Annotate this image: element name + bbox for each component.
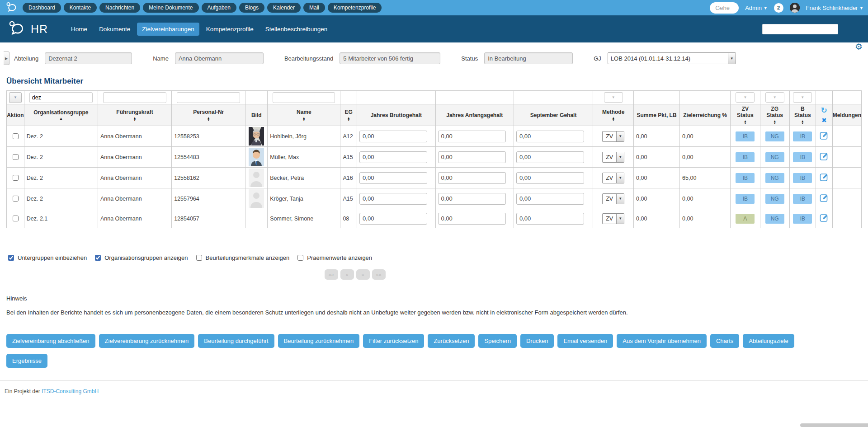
ergebnisse-button[interactable]: Ergebnisse (6, 354, 47, 368)
zur-cksetzen-button[interactable]: Zurücksetzen (428, 334, 475, 348)
nav-item-stellenbeschreibungen[interactable]: Stellenbeschreibungen (260, 23, 332, 36)
close-icon[interactable]: ✖ (821, 117, 827, 123)
column-filter-input-personal_nr[interactable] (177, 92, 240, 103)
select-all-dropdown[interactable]: ▼ (9, 92, 22, 103)
september-input[interactable] (516, 213, 584, 225)
charts-button[interactable]: Charts (710, 334, 739, 348)
refresh-icon[interactable]: ↻ (821, 107, 827, 114)
methode-select[interactable]: ZV▼ (602, 152, 624, 163)
brutto-input[interactable] (359, 151, 427, 163)
methode-select[interactable]: ZV▼ (602, 173, 624, 183)
methode-select[interactable]: ZV▼ (602, 193, 624, 204)
next-page-button[interactable]: » (356, 269, 370, 280)
last-page-button[interactable]: »» (372, 269, 386, 280)
admin-menu[interactable]: Admin ▼ (745, 5, 767, 11)
first-page-button[interactable]: «« (325, 269, 338, 280)
topbar-tab-blogs[interactable]: Blogs (239, 3, 264, 13)
gj-select[interactable]: LOB 2014 (01.01.14-31.12.14)▼ (608, 52, 736, 64)
column-header-methode[interactable]: Methode▲▼ (593, 104, 634, 126)
panel-collapse-handle[interactable]: ▶ (4, 52, 9, 65)
september-input[interactable] (516, 151, 584, 163)
nav-item-home[interactable]: Home (66, 23, 92, 36)
column-filter-input-lead[interactable] (103, 92, 166, 103)
option-checkbox-untergruppen-einbeziehen[interactable] (8, 255, 14, 261)
column-header-zv[interactable]: ZV Status▲▼ (731, 104, 760, 126)
aus-dem-vorjahr-bernehmen-button[interactable]: Aus dem Vorjahr übernehmen (617, 334, 707, 348)
sort-icon[interactable]: ▲▼ (133, 117, 136, 121)
topbar-tab-dashboard[interactable]: Dashboard (23, 3, 61, 13)
filter-input-name[interactable] (175, 52, 264, 64)
sort-icon[interactable]: ▲▼ (207, 117, 210, 121)
brutto-input[interactable] (359, 131, 427, 142)
row-checkbox[interactable] (13, 133, 19, 139)
column-filter-input-name[interactable] (273, 92, 335, 103)
column-header-personal_nr[interactable]: Personal-Nr▲▼ (172, 104, 245, 126)
zielvereinbarung-abschlie-en-button[interactable]: Zielvereinbarung abschließen (6, 334, 95, 348)
option-checkbox-beurteilungsmerkmale-anzeigen[interactable] (196, 255, 202, 261)
column-header-b[interactable]: B Status▲▼ (789, 104, 816, 126)
option-beurteilungsmerkmale-anzeigen[interactable]: Beurteilungsmerkmale anzeigen (194, 253, 290, 262)
sort-icon[interactable]: ▲▼ (801, 120, 804, 124)
sort-icon[interactable]: ▲▼ (744, 120, 746, 124)
option-organisationsgruppen-anzeigen[interactable]: Organisationsgruppen anzeigen (93, 253, 188, 262)
september-input[interactable] (516, 193, 584, 205)
goto-button[interactable]: Gehe (710, 2, 739, 14)
column-filter-select-zv[interactable]: ▼ (736, 92, 755, 103)
edit-icon[interactable] (820, 152, 829, 161)
row-checkbox[interactable] (13, 154, 19, 160)
email-versenden-button[interactable]: Email versenden (557, 334, 613, 348)
anfang-input[interactable] (438, 172, 506, 184)
footer-link[interactable]: ITSD-Consulting GmbH (42, 388, 99, 394)
column-header-name[interactable]: Name▲▼ (268, 104, 340, 126)
zielvereinbarung-zur-cknehmen-button[interactable]: Zielvereinbarung zurücknehmen (99, 334, 195, 348)
filter-input-abteilung[interactable] (45, 52, 132, 64)
anfang-input[interactable] (438, 151, 506, 163)
row-checkbox[interactable] (13, 196, 19, 202)
anfang-input[interactable] (438, 131, 506, 142)
edit-icon[interactable] (820, 213, 829, 222)
september-input[interactable] (516, 131, 584, 142)
sort-icon[interactable]: ▲▼ (773, 120, 776, 124)
topbar-tab-mail[interactable]: Mail (303, 3, 325, 13)
search-input[interactable] (762, 24, 838, 34)
abteilungsziele-button[interactable]: Abteilungsziele (743, 334, 794, 348)
option-checkbox-praemienwerte-anzeigen[interactable] (297, 255, 303, 261)
brutto-input[interactable] (359, 213, 427, 225)
drucken-button[interactable]: Drucken (520, 334, 554, 348)
column-header-org[interactable]: Organisationsgruppe▲ (24, 104, 98, 126)
column-filter-select-methode[interactable]: ▼ (604, 92, 623, 103)
nav-item-dokumente[interactable]: Dokumente (94, 23, 135, 36)
column-header-zg[interactable]: ZG Status▲▼ (760, 104, 789, 126)
topbar-tab-aufgaben[interactable]: Aufgaben (202, 3, 236, 13)
sort-icon[interactable]: ▲▼ (347, 117, 350, 121)
column-header-eg[interactable]: EG▲▼ (340, 104, 357, 126)
edit-icon[interactable] (820, 131, 829, 140)
column-filter-select-zg[interactable]: ▼ (765, 92, 784, 103)
user-menu[interactable]: Frank Schlinkheider ▼ (806, 5, 863, 11)
topbar-tab-kalender[interactable]: Kalender (267, 3, 301, 13)
gear-icon[interactable]: ⚙ (855, 42, 863, 51)
option-praemienwerte-anzeigen[interactable]: Praemienwerte anzeigen (296, 253, 372, 262)
row-checkbox[interactable] (13, 175, 19, 181)
sort-icon[interactable]: ▲▼ (612, 117, 614, 121)
topbar-tab-meine-dokumente[interactable]: Meine Dokumente (143, 3, 198, 13)
prev-page-button[interactable]: « (340, 269, 354, 280)
nav-item-zielvereinbarungen[interactable]: Zielvereinbarungen (137, 23, 199, 36)
filter-zur-cksetzen-button[interactable]: Filter zurücksetzen (363, 334, 424, 348)
methode-select[interactable]: ZV▼ (602, 131, 624, 142)
edit-icon[interactable] (820, 173, 829, 182)
sort-asc-icon[interactable]: ▲ (59, 117, 63, 121)
anfang-input[interactable] (438, 213, 506, 225)
methode-select[interactable]: ZV▼ (602, 213, 624, 224)
september-input[interactable] (516, 172, 584, 184)
topbar-tab-kompetenzprofile[interactable]: Kompetenzprofile (328, 3, 382, 13)
option-checkbox-organisationsgruppen-anzeigen[interactable] (95, 255, 101, 261)
nav-item-kompetenzprofile[interactable]: Kompetenzprofile (201, 23, 259, 36)
column-header-lead[interactable]: Führungskraft▲▼ (98, 104, 171, 126)
row-checkbox[interactable] (13, 216, 19, 221)
column-filter-input-org[interactable] (29, 92, 93, 103)
beurteilung-durchgef-hrt-button[interactable]: Beurteilung durchgeführt (198, 334, 274, 348)
brutto-input[interactable] (359, 193, 427, 205)
user-avatar[interactable] (790, 3, 800, 13)
edit-icon[interactable] (820, 193, 829, 202)
